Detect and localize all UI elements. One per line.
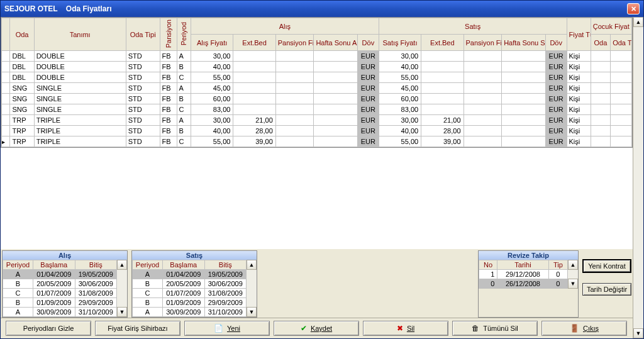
psatis-col-bitis[interactable]: Bitiş xyxy=(204,260,247,270)
palis-col-bitis[interactable]: Bitiş xyxy=(75,260,117,270)
check-icon: ✔ xyxy=(301,324,307,333)
yeni-kontrat-button[interactable]: Yeni Kontrat xyxy=(582,259,631,273)
psatis-col-baslama[interactable]: Başlama xyxy=(163,260,204,270)
list-item[interactable]: C01/07/200931/08/2009 xyxy=(3,289,117,298)
table-row[interactable]: TRPTRIPLESTDFBB40,0028,00EUR40,0028,00EU… xyxy=(2,126,632,136)
list-item[interactable]: B01/09/200929/09/2009 xyxy=(3,298,117,308)
rev-col-tarihi[interactable]: Tarihi xyxy=(497,260,548,270)
close-icon[interactable]: ✕ xyxy=(627,3,640,14)
tumunu-sil-button[interactable]: 🗑Tümünü Sil xyxy=(452,321,538,336)
periods-alis[interactable]: Alış Periyod Başlama Bitiş A01/04/200919… xyxy=(2,250,128,318)
title-bar: SEJOUR OTEL Oda Fiyatları ✕ xyxy=(1,1,643,17)
list-item[interactable]: B01/09/200929/09/2009 xyxy=(133,298,247,308)
revize-title: Revize Takip xyxy=(479,251,578,260)
app-name: SEJOUR OTEL xyxy=(4,4,57,13)
table-row[interactable]: DBLDOUBLESTDFBC55,00EUR55,00EURKişi xyxy=(2,72,632,83)
new-icon: 📄 xyxy=(214,324,223,333)
table-row[interactable]: SNGSINGLESTDFBB60,00EUR60,00EURKişi xyxy=(2,94,632,104)
list-item[interactable]: A30/09/200931/10/2009 xyxy=(133,308,247,317)
col-fiyat-turu[interactable]: Fiyat Türü xyxy=(567,18,591,51)
palis-col-baslama[interactable]: Başlama xyxy=(33,260,75,270)
toolbar: Periyodları Gizle Fiyat Giriş Sihirbazı … xyxy=(1,318,633,338)
col-periyod[interactable]: Periyod xyxy=(177,18,191,51)
list-item[interactable]: C01/07/200931/08/2009 xyxy=(133,289,247,298)
col-satis-dov[interactable]: Döv xyxy=(545,35,567,51)
scrollbar-icon[interactable]: ▲▼ xyxy=(568,260,578,289)
table-row[interactable]: TRPTRIPLESTDFBA30,0021,00EUR30,0021,00EU… xyxy=(2,115,632,126)
colgroup-alis: Alış xyxy=(191,18,379,35)
list-item[interactable]: 026/12/20080 xyxy=(479,279,568,289)
colgroup-cocuk: Çocuk Fiyat Referans xyxy=(591,18,631,35)
col-alis-dov[interactable]: Döv xyxy=(358,35,379,51)
col-pansiyon[interactable]: Pansiyon xyxy=(160,18,177,51)
grid-empty-area xyxy=(1,148,633,249)
col-satis-pf[interactable]: Pansiyon Fiyatı xyxy=(464,35,502,51)
scrollbar-icon[interactable]: ▲▼ xyxy=(117,260,127,317)
list-item[interactable]: 129/12/20080 xyxy=(479,270,568,279)
col-cocuk-oda-tipi[interactable]: Oda Tipi xyxy=(611,35,632,51)
table-row[interactable]: SNGSINGLESTDFBC83,00EUR83,00EURKişi xyxy=(2,104,632,115)
trash-icon: 🗑 xyxy=(472,324,479,333)
col-alis-extbed[interactable]: Ext.Bed xyxy=(233,35,275,51)
periods-satis-title: Satış xyxy=(132,251,257,260)
price-grid[interactable]: Oda Tanımı Oda Tipi Pansiyon Periyod Alı… xyxy=(1,17,633,148)
col-cocuk-oda[interactable]: Oda xyxy=(591,35,610,51)
sil-button[interactable]: ✖Sil xyxy=(363,321,448,336)
periods-alis-title: Alış xyxy=(3,251,127,260)
col-oda-tipi[interactable]: Oda Tipi xyxy=(126,18,160,51)
delete-icon: ✖ xyxy=(397,324,403,333)
col-satis-extbed[interactable]: Ext.Bed xyxy=(421,35,464,51)
col-satis-fiyati[interactable]: Satış Fiyatı xyxy=(379,35,421,51)
col-oda[interactable]: Oda xyxy=(10,18,34,51)
scrollbar-icon[interactable]: ▲▼ xyxy=(247,260,257,317)
list-item[interactable]: A30/09/200931/10/2009 xyxy=(3,308,117,317)
col-tanimi[interactable]: Tanımı xyxy=(34,18,126,51)
tarih-degistir-button[interactable]: Tarih Değiştir xyxy=(582,283,631,296)
revize-takip[interactable]: Revize Takip No Tarihi Tip 129/12/200800… xyxy=(478,250,579,318)
periods-satis[interactable]: Satış Periyod Başlama Bitiş A01/04/20091… xyxy=(131,250,257,318)
kaydet-button[interactable]: ✔Kaydet xyxy=(274,321,359,336)
scrollbar-vertical-icon[interactable]: ▲▼ xyxy=(633,17,643,338)
list-item[interactable]: A01/04/200919/05/2009 xyxy=(3,270,117,279)
cikis-button[interactable]: 🚪Çıkış xyxy=(541,321,627,336)
palis-col-periyod[interactable]: Periyod xyxy=(3,260,33,270)
rev-col-tip[interactable]: Tip xyxy=(548,260,567,270)
screen-title: Oda Fiyatları xyxy=(66,4,112,13)
yeni-button[interactable]: 📄Yeni xyxy=(184,321,270,336)
fiyat-sihirbaz-button[interactable]: Fiyat Giriş Sihirbazı xyxy=(95,321,180,336)
table-row[interactable]: TRPTRIPLESTDFBC55,0039,00EUR55,0039,00EU… xyxy=(2,136,632,147)
list-item[interactable]: B20/05/200930/06/2009 xyxy=(133,279,247,289)
colgroup-satis: Satış xyxy=(379,18,567,35)
table-row[interactable]: DBLDOUBLESTDFBA30,00EUR30,00EURKişi xyxy=(2,51,632,62)
table-row[interactable]: DBLDOUBLESTDFBB40,00EUR40,00EURKişi xyxy=(2,62,632,72)
table-row[interactable]: SNGSINGLESTDFBA45,00EUR45,00EURKişi xyxy=(2,83,632,94)
col-satis-hs[interactable]: Hafta Sonu Satış Fiyatı xyxy=(502,35,546,51)
col-alis-fiyati[interactable]: Alış Fiyatı xyxy=(191,35,233,51)
col-alis-pf[interactable]: Pansiyon Fiyatı xyxy=(275,35,314,51)
rev-col-no[interactable]: No xyxy=(479,260,497,270)
periyod-gizle-button[interactable]: Periyodları Gizle xyxy=(6,321,91,336)
col-alis-hs[interactable]: Hafta Sonu Alış Fiyatı xyxy=(314,35,358,51)
list-item[interactable]: A01/04/200919/05/2009 xyxy=(133,270,247,279)
psatis-col-periyod[interactable]: Periyod xyxy=(133,260,163,270)
exit-icon: 🚪 xyxy=(570,324,579,333)
list-item[interactable]: B20/05/200930/06/2009 xyxy=(3,279,117,289)
